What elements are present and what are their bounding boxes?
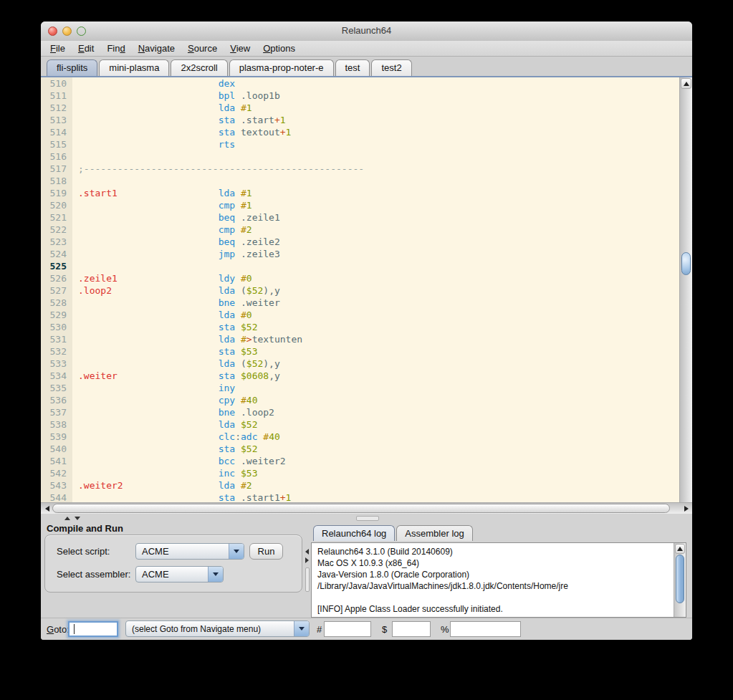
line-number: 531 [41,333,72,345]
log-scrollbar[interactable] [674,543,686,617]
code-line: 539 clc:adc #40 [41,431,679,443]
code-line: 519.start1 lda #1 [41,187,679,199]
editor-tab-fli-splits[interactable]: fli-splits [47,59,97,76]
editor-tab-2x2scroll[interactable]: 2x2scroll [171,59,227,76]
scroll-up-button[interactable] [675,544,685,554]
code-line: 537 bne .loop2 [41,406,679,418]
log-line: Relaunch64 3.1.0 (Build 20140609) [317,546,668,557]
log-output: Relaunch64 3.1.0 (Build 20140609)Mac OS … [311,542,686,618]
title-bar[interactable]: Relaunch64 [41,21,692,42]
line-number: 524 [41,248,72,260]
menu-view[interactable]: View [224,43,257,54]
line-number: 521 [41,211,72,224]
code-editor[interactable]: 510 dex511 bpl .loop1b512 lda #1513 sta … [41,77,692,502]
line-number: 517 [41,163,72,175]
arrow-left-icon [45,506,49,512]
goto-label: Goto: [47,624,70,635]
editor-tab-bar: fli-splitsmini-plasma2x2scrollplasma-pro… [41,57,692,77]
run-button[interactable]: Run [249,543,283,560]
code-line: 541 bcc .weiter2 [41,455,679,467]
editor-tab-test2[interactable]: test2 [371,59,411,76]
goto-function-select[interactable]: (select Goto from Navigate menu) [125,620,310,637]
splitter-collapse-buttons[interactable] [305,549,309,563]
horizontal-scrollbar-thumb[interactable] [52,504,670,513]
collapse-down-icon [75,517,80,520]
horizontal-splitter[interactable] [41,514,692,522]
menu-find[interactable]: Find [100,43,131,54]
scroll-right-button[interactable] [681,504,691,513]
code-line: 512 lda #1 [41,102,679,114]
log-line: /Library/Java/JavaVirtualMachines/jdk1.8… [317,580,668,592]
editor-lines[interactable]: 510 dex511 bpl .loop1b512 lda #1513 sta … [41,77,679,502]
line-number: 539 [41,431,72,443]
line-number: 544 [41,492,72,502]
code-line: 544 sta .start1+1 [41,492,679,502]
goto-input[interactable] [68,621,118,637]
compile-and-run-panel: Compile and Run Select script: ACME Run … [41,522,305,618]
splitter-collapse-buttons[interactable] [64,517,80,520]
menu-options[interactable]: Options [257,43,302,54]
editor-horizontal-scrollbar[interactable] [41,502,692,514]
code-line: 522 cmp #2 [41,224,679,236]
code-line: 531 lda #>textunten [41,333,679,345]
log-tab-assembler[interactable]: Assembler log [396,525,472,541]
editor-tab-test[interactable]: test [335,59,370,76]
line-number: 519 [41,187,72,199]
select-script-label: Select script: [57,546,135,557]
binary-input[interactable] [450,621,521,637]
line-number: 513 [41,114,72,126]
scroll-up-button[interactable] [681,78,691,89]
bottom-panels: Compile and Run Select script: ACME Run … [41,522,692,618]
code-line: 513 sta .start+1 [41,114,679,126]
code-line: 511 bpl .loop1b [41,90,679,102]
line-number: 532 [41,345,72,358]
code-line: 526.zeile1 ldy #0 [41,272,679,284]
line-number: 512 [41,102,72,114]
menu-navigate[interactable]: Navigate [132,43,181,54]
log-line: [INFO] Settings file successfully read. [317,615,668,617]
code-line: 535 iny [41,382,679,394]
editor-vertical-scrollbar[interactable] [679,77,692,502]
menu-file[interactable]: File [44,43,72,54]
hex-input[interactable] [392,621,431,637]
compile-panel-title: Compile and Run [47,523,123,534]
goto-function-value: (select Goto from Navigate menu) [126,624,294,634]
code-line: 510 dex [41,77,679,90]
log-line [317,592,668,603]
line-number: 538 [41,418,72,431]
select-assembler-label: Select assembler: [57,569,135,580]
line-number: 514 [41,126,72,138]
line-number: 529 [41,309,72,321]
code-line: 529 lda #0 [41,309,679,321]
vertical-splitter[interactable] [305,522,310,618]
scroll-left-button[interactable] [42,504,52,513]
splitter-grip[interactable] [356,516,379,521]
menu-bar: FileEditFindNavigateSourceViewOptions [41,41,692,57]
line-number: 541 [41,455,72,467]
log-tab-relaunch64[interactable]: Relaunch64 log [313,525,395,541]
editor-tab-plasma-prop-noter-e[interactable]: plasma-prop-noter-e [229,59,334,76]
log-scrollbar-thumb[interactable] [676,555,684,603]
vertical-scrollbar-thumb[interactable] [681,252,691,275]
code-line: 514 sta textout+1 [41,126,679,138]
menu-edit[interactable]: Edit [72,43,100,54]
code-line: 521 beq .zeile1 [41,211,679,224]
decimal-label: # [317,624,322,635]
code-line: 518 [41,175,679,187]
line-number: 536 [41,394,72,406]
assembler-select[interactable]: ACME [135,566,224,582]
code-line: 520 cmp #1 [41,199,679,211]
code-line: 527.loop2 lda ($52),y [41,284,679,297]
decimal-input[interactable] [324,621,371,637]
code-line: 524 jmp .zeile3 [41,248,679,260]
code-line: 538 lda $52 [41,418,679,431]
line-number: 518 [41,175,72,187]
menu-source[interactable]: Source [181,43,224,54]
window-title: Relaunch64 [41,25,692,36]
script-select[interactable]: ACME [135,543,244,560]
line-number: 515 [41,138,72,150]
code-line: 516 [41,150,679,163]
code-line: 528 bne .weiter [41,297,679,309]
code-line: 534.weiter sta $0608,y [41,370,679,382]
editor-tab-mini-plasma[interactable]: mini-plasma [99,59,169,76]
